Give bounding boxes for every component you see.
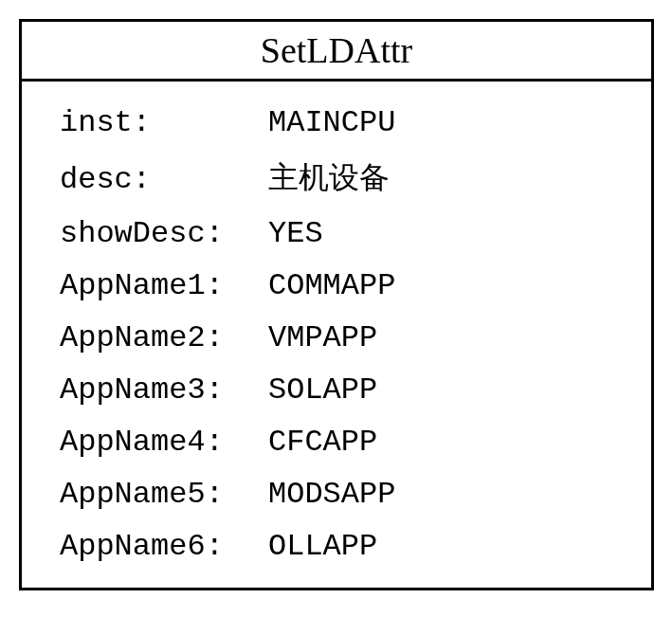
attr-label: AppName5: bbox=[60, 477, 268, 512]
attr-value: 主机设备 bbox=[268, 157, 390, 199]
attr-label: desc: bbox=[60, 162, 268, 197]
attr-value: MODSAPP bbox=[268, 477, 395, 512]
attr-value: OLLAPP bbox=[268, 529, 377, 564]
attr-row: AppName1: COMMAPP bbox=[60, 268, 623, 303]
attr-row: showDesc: YES bbox=[60, 216, 623, 251]
attr-label: AppName3: bbox=[60, 372, 268, 408]
attr-row: inst: MAINCPU bbox=[60, 105, 623, 140]
attr-row: AppName6: OLLAPP bbox=[60, 529, 623, 564]
attr-label: AppName4: bbox=[60, 425, 268, 460]
attr-value: YES bbox=[268, 216, 323, 251]
attr-row: AppName2: VMPAPP bbox=[60, 320, 623, 355]
attr-label: showDesc: bbox=[60, 216, 268, 251]
attr-label: inst: bbox=[60, 105, 268, 140]
attr-label: AppName1: bbox=[60, 268, 268, 303]
attr-value: CFCAPP bbox=[268, 425, 377, 460]
attr-value: MAINCPU bbox=[268, 105, 395, 140]
attr-label: AppName2: bbox=[60, 320, 268, 355]
box-content: inst: MAINCPU desc: 主机设备 showDesc: YES A… bbox=[22, 82, 651, 588]
box-title: SetLDAttr bbox=[22, 22, 651, 82]
attr-value: SOLAPP bbox=[268, 372, 377, 408]
attr-label: AppName6: bbox=[60, 529, 268, 564]
attr-value: VMPAPP bbox=[268, 320, 377, 355]
attr-row: AppName4: CFCAPP bbox=[60, 425, 623, 460]
attr-row: AppName3: SOLAPP bbox=[60, 372, 623, 408]
attr-value: COMMAPP bbox=[268, 268, 395, 303]
attr-row: AppName5: MODSAPP bbox=[60, 477, 623, 512]
attr-row: desc: 主机设备 bbox=[60, 157, 623, 199]
attribute-box: SetLDAttr inst: MAINCPU desc: 主机设备 showD… bbox=[19, 19, 654, 590]
